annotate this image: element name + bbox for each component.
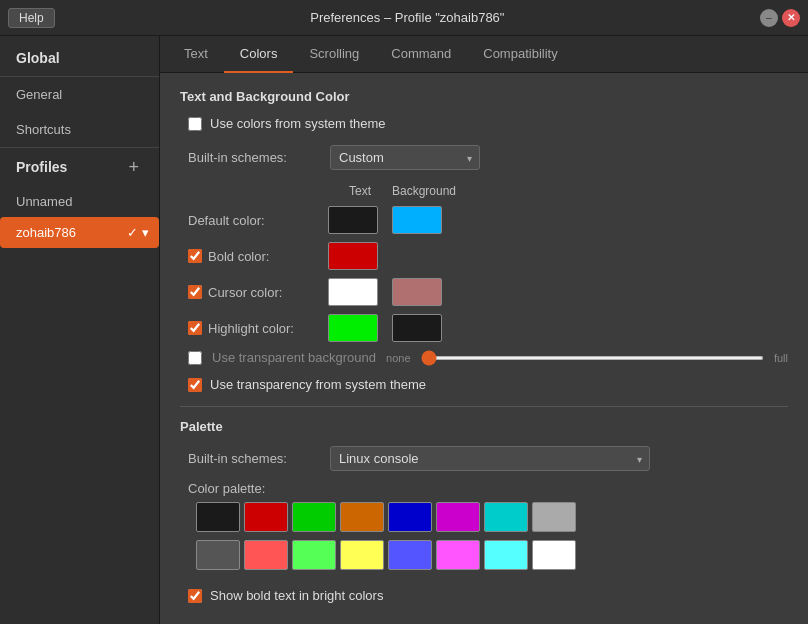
transparent-bg-label: Use transparent background xyxy=(212,350,376,365)
bold-color-label: Bold color: xyxy=(188,249,328,264)
builtin-schemes-label: Built-in schemes: xyxy=(188,150,318,165)
content-area: Text Colors Scrolling Command Compatibil… xyxy=(160,36,808,624)
palette-swatch[interactable] xyxy=(532,540,576,570)
sidebar-global-label: Global xyxy=(0,36,159,77)
tab-bar: Text Colors Scrolling Command Compatibil… xyxy=(160,36,808,73)
transparent-slider[interactable] xyxy=(421,356,764,360)
title-bar-controls: – ✕ xyxy=(760,9,800,27)
slider-none-label: none xyxy=(386,352,410,364)
palette-swatch[interactable] xyxy=(196,540,240,570)
sidebar-item-shortcuts[interactable]: Shortcuts xyxy=(0,112,159,147)
active-profile-icons: ✓ ▾ xyxy=(127,225,149,240)
transparent-bg-checkbox[interactable] xyxy=(188,351,202,365)
highlight-color-checkbox[interactable] xyxy=(188,321,202,335)
tab-text[interactable]: Text xyxy=(168,36,224,73)
cursor-color-row: Cursor color: xyxy=(180,278,788,306)
palette-row1 xyxy=(188,502,576,532)
highlight-bg-swatch[interactable] xyxy=(392,314,442,342)
minimize-button[interactable]: – xyxy=(760,9,778,27)
palette-section: Palette Built-in schemes: Linux console … xyxy=(180,406,788,603)
system-theme-label: Use colors from system theme xyxy=(210,116,386,131)
color-col-headers: Text Background xyxy=(180,184,788,198)
show-bold-checkbox[interactable] xyxy=(188,589,202,603)
text-bg-section-title: Text and Background Color xyxy=(180,89,788,104)
palette-section-title: Palette xyxy=(180,419,788,434)
palette-swatch[interactable] xyxy=(532,502,576,532)
palette-swatch[interactable] xyxy=(292,502,336,532)
color-palette-row: Color palette: xyxy=(180,481,788,578)
system-theme2-row: Use transparency from system theme xyxy=(180,377,788,392)
palette-swatch[interactable] xyxy=(484,502,528,532)
highlight-text-swatch[interactable] xyxy=(328,314,378,342)
builtin-schemes-select[interactable]: Custom xyxy=(330,145,480,170)
default-color-row: Default color: xyxy=(180,206,788,234)
active-profile-arrow-icon: ▾ xyxy=(142,225,149,240)
profiles-label: Profiles xyxy=(16,159,67,175)
palette-swatch[interactable] xyxy=(436,502,480,532)
active-profile-name: zohaib786 xyxy=(16,225,76,240)
show-bold-label: Show bold text in bright colors xyxy=(210,588,383,603)
palette-swatch[interactable] xyxy=(244,502,288,532)
system-theme-row: Use colors from system theme xyxy=(180,116,788,131)
palette-swatch[interactable] xyxy=(340,540,384,570)
window-title: Preferences – Profile "zohaib786" xyxy=(310,10,504,25)
palette-builtin-label: Built-in schemes: xyxy=(188,451,318,466)
builtin-schemes-wrapper: Custom ▾ xyxy=(330,145,480,170)
palette-swatch[interactable] xyxy=(340,502,384,532)
title-bar: Help Preferences – Profile "zohaib786" –… xyxy=(0,0,808,36)
palette-schemes-select[interactable]: Linux console xyxy=(330,446,650,471)
sidebar-item-active-profile[interactable]: zohaib786 ✓ ▾ xyxy=(0,217,159,248)
sidebar: Global General Shortcuts Profiles + Unna… xyxy=(0,36,160,624)
add-profile-button[interactable]: + xyxy=(124,158,143,176)
highlight-color-row: Highlight color: xyxy=(180,314,788,342)
cursor-bg-swatch[interactable] xyxy=(392,278,442,306)
palette-swatch[interactable] xyxy=(388,502,432,532)
active-profile-check-icon: ✓ xyxy=(127,225,138,240)
system-theme-checkbox[interactable] xyxy=(188,117,202,131)
bold-text-swatch[interactable] xyxy=(328,242,378,270)
sidebar-item-unnamed[interactable]: Unnamed xyxy=(0,186,159,217)
tab-colors[interactable]: Colors xyxy=(224,36,294,73)
sidebar-item-general[interactable]: General xyxy=(0,77,159,112)
bold-color-checkbox[interactable] xyxy=(188,249,202,263)
tab-compatibility[interactable]: Compatibility xyxy=(467,36,573,73)
system-theme2-checkbox[interactable] xyxy=(188,378,202,392)
palette-swatch[interactable] xyxy=(436,540,480,570)
builtin-schemes-row: Built-in schemes: Custom ▾ xyxy=(180,145,788,170)
palette-row2 xyxy=(188,540,576,570)
highlight-color-label: Highlight color: xyxy=(188,321,328,336)
color-palette-label: Color palette: xyxy=(188,481,318,496)
palette-swatch[interactable] xyxy=(196,502,240,532)
palette-swatch[interactable] xyxy=(388,540,432,570)
text-col-header: Text xyxy=(328,184,392,198)
bold-color-row: Bold color: xyxy=(180,242,788,270)
title-bar-left: Help xyxy=(8,8,55,28)
slider-full-label: full xyxy=(774,352,788,364)
palette-swatch[interactable] xyxy=(292,540,336,570)
default-bg-swatch[interactable] xyxy=(392,206,442,234)
help-button[interactable]: Help xyxy=(8,8,55,28)
cursor-text-swatch[interactable] xyxy=(328,278,378,306)
palette-builtin-row: Built-in schemes: Linux console ▾ xyxy=(180,446,788,471)
close-button[interactable]: ✕ xyxy=(782,9,800,27)
main-layout: Global General Shortcuts Profiles + Unna… xyxy=(0,36,808,624)
background-col-header: Background xyxy=(392,184,456,198)
default-color-label: Default color: xyxy=(188,213,328,228)
content-scroll[interactable]: Text and Background Color Use colors fro… xyxy=(160,73,808,624)
palette-swatch[interactable] xyxy=(484,540,528,570)
default-text-swatch[interactable] xyxy=(328,206,378,234)
palette-swatch[interactable] xyxy=(244,540,288,570)
transparent-bg-row: Use transparent background none full xyxy=(180,350,788,365)
sidebar-profiles-header: Profiles + xyxy=(0,147,159,186)
tab-command[interactable]: Command xyxy=(375,36,467,73)
tab-scrolling[interactable]: Scrolling xyxy=(293,36,375,73)
palette-schemes-wrapper: Linux console ▾ xyxy=(330,446,650,471)
show-bold-row: Show bold text in bright colors xyxy=(180,588,788,603)
system-theme2-label: Use transparency from system theme xyxy=(210,377,426,392)
cursor-color-label: Cursor color: xyxy=(188,285,328,300)
cursor-color-checkbox[interactable] xyxy=(188,285,202,299)
